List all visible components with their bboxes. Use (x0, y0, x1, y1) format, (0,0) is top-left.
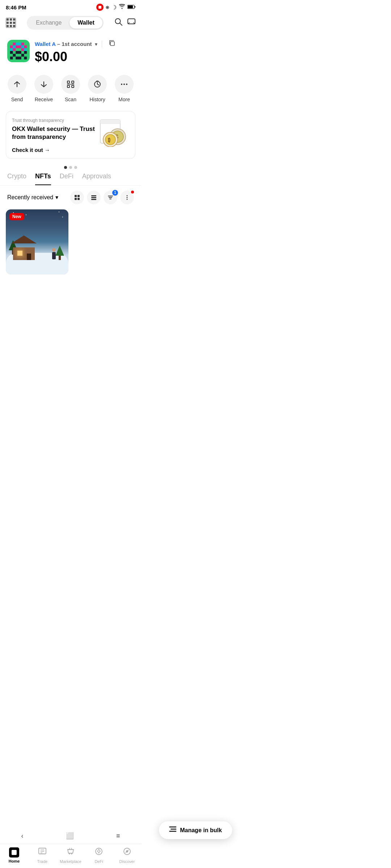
svg-rect-54 (91, 197, 96, 198)
record-icon (96, 4, 104, 11)
grid-dot (13, 22, 15, 24)
nft-grid: New (0, 209, 141, 275)
wallet-name: Wallet A – 1st account (35, 41, 92, 47)
status-bar: 8:46 PM ⎈ ☽ (0, 0, 141, 13)
top-nav: Exchange Wallet (0, 13, 141, 34)
svg-rect-21 (16, 57, 21, 60)
banner-dot-1 (64, 166, 67, 169)
svg-rect-31 (67, 81, 70, 83)
svg-rect-15 (10, 51, 13, 54)
svg-point-47 (105, 135, 115, 145)
search-button[interactable] (114, 18, 122, 28)
banner-dots (0, 166, 141, 169)
grid-dot (10, 25, 12, 27)
svg-rect-24 (13, 46, 16, 48)
send-button[interactable]: Send (6, 75, 28, 102)
svg-point-39 (123, 84, 125, 85)
notification-dot (131, 191, 134, 193)
svg-rect-8 (13, 43, 16, 46)
send-label: Send (11, 97, 23, 102)
svg-rect-51 (75, 198, 77, 200)
receive-button[interactable]: Receive (33, 75, 55, 102)
svg-rect-20 (10, 57, 13, 60)
more-label: More (118, 97, 130, 102)
svg-rect-34 (72, 85, 74, 88)
control-icons: 1 (70, 191, 134, 204)
grid-dot (7, 22, 9, 24)
history-label: History (89, 97, 105, 102)
action-buttons: Send Receive Scan (0, 71, 141, 111)
banner-dot-2 (69, 166, 72, 169)
svg-rect-13 (13, 48, 16, 51)
banner-dot-3 (74, 166, 77, 169)
grid-dot (13, 25, 15, 27)
history-button[interactable]: History (87, 75, 108, 102)
tab-switcher: Exchange Wallet (27, 16, 104, 30)
svg-point-58 (127, 199, 128, 200)
svg-rect-26 (10, 48, 13, 51)
wallet-tab[interactable]: Wallet (70, 17, 102, 29)
cabin (13, 242, 35, 260)
svg-rect-9 (21, 43, 24, 46)
scan-button[interactable]: Scan (60, 75, 81, 102)
svg-rect-0 (98, 6, 101, 9)
svg-rect-50 (77, 195, 80, 197)
nft-new-badge: New (9, 213, 24, 220)
svg-rect-55 (91, 199, 96, 200)
wallet-name-row: Wallet A – 1st account ▾ (35, 40, 134, 48)
more-options-button[interactable] (120, 191, 134, 204)
more-icon (115, 75, 134, 94)
svg-rect-11 (16, 46, 21, 48)
tab-approvals[interactable]: Approvals (82, 173, 111, 185)
exchange-tab[interactable]: Exchange (28, 17, 70, 29)
svg-rect-16 (16, 51, 21, 54)
wallet-dropdown-icon[interactable]: ▾ (95, 41, 97, 47)
more-button[interactable]: More (113, 75, 135, 102)
filter-button[interactable]: 1 (104, 191, 117, 204)
svg-rect-14 (21, 48, 24, 51)
status-time: 8:46 PM (6, 4, 26, 10)
tab-defi[interactable]: DeFi (60, 173, 73, 185)
battery-icon (127, 4, 135, 10)
svg-rect-10 (10, 46, 13, 48)
svg-rect-53 (91, 195, 96, 196)
tab-crypto[interactable]: Crypto (7, 173, 26, 185)
svg-rect-33 (67, 85, 70, 88)
grid-dot (10, 22, 12, 24)
promo-cta[interactable]: Check it out → (12, 147, 50, 153)
tab-nfts[interactable]: NFTs (35, 173, 51, 185)
svg-text:₿: ₿ (108, 137, 110, 143)
scan-icon (61, 75, 80, 94)
wallet-balance: $0.00 (35, 50, 134, 64)
divider (102, 41, 102, 47)
person-figure (52, 252, 56, 259)
recently-received-button[interactable]: Recently received ▾ (7, 194, 58, 201)
grid-dot (7, 25, 9, 27)
wallet-header: Wallet A – 1st account ▾ $0.00 (0, 34, 141, 71)
svg-rect-52 (77, 198, 80, 200)
chevron-down-icon: ▾ (55, 194, 58, 201)
svg-rect-18 (13, 54, 16, 57)
svg-rect-23 (16, 43, 21, 46)
grid-view-button[interactable] (70, 191, 84, 204)
promo-image: $ ₿ (97, 118, 129, 147)
status-icons: ⎈ ☽ (96, 4, 135, 11)
wallet-info: Wallet A – 1st account ▾ $0.00 (35, 40, 134, 64)
svg-rect-49 (75, 195, 77, 197)
svg-rect-2 (128, 5, 133, 8)
promo-subtitle: Trust through transparency (12, 118, 97, 123)
svg-rect-28 (110, 42, 114, 46)
svg-rect-12 (24, 46, 27, 48)
svg-point-38 (121, 84, 122, 85)
nft-card[interactable]: New (6, 209, 68, 275)
grid-menu-button[interactable] (6, 18, 16, 28)
svg-rect-42 (100, 120, 120, 124)
svg-rect-37 (96, 81, 98, 82)
receive-icon (34, 75, 53, 94)
message-button[interactable] (127, 18, 135, 28)
svg-rect-19 (21, 54, 24, 57)
promo-text: Trust through transparency OKX Wallet se… (12, 118, 97, 153)
copy-address-button[interactable] (109, 40, 115, 48)
list-view-button[interactable] (87, 191, 101, 204)
svg-rect-3 (135, 6, 135, 8)
